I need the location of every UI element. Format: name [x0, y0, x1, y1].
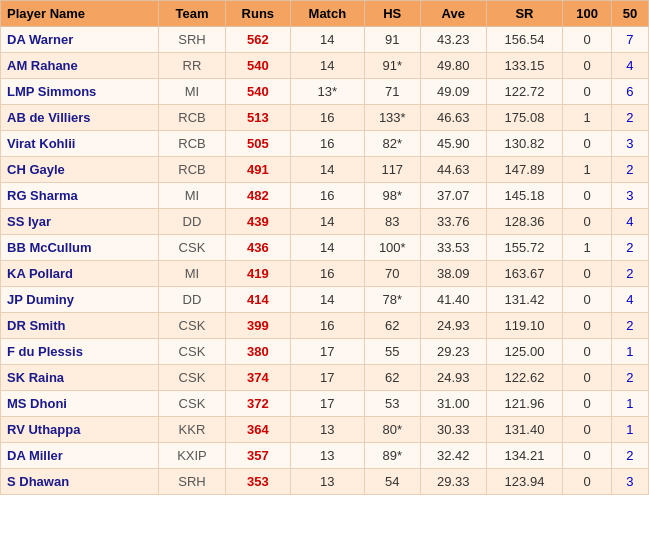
- table-body: DA WarnerSRH562149143.23156.5407AM Rahan…: [1, 27, 649, 495]
- cell-sr: 125.00: [486, 339, 563, 365]
- cell-team: RCB: [159, 157, 225, 183]
- cell-hundreds: 0: [563, 287, 611, 313]
- cell-match: 13: [291, 443, 364, 469]
- cell-runs: 540: [225, 53, 290, 79]
- table-row: LMP SimmonsMI54013*7149.09122.7206: [1, 79, 649, 105]
- col-header-team: Team: [159, 1, 225, 27]
- cell-hundreds: 0: [563, 443, 611, 469]
- cell-hundreds: 0: [563, 339, 611, 365]
- cell-player-name: RG Sharma: [1, 183, 159, 209]
- cell-player-name: DR Smith: [1, 313, 159, 339]
- cell-match: 17: [291, 365, 364, 391]
- cell-runs: 372: [225, 391, 290, 417]
- cell-match: 14: [291, 157, 364, 183]
- cell-ave: 29.33: [420, 469, 486, 495]
- cell-hs: 117: [364, 157, 420, 183]
- cell-team: RCB: [159, 131, 225, 157]
- cell-hundreds: 0: [563, 183, 611, 209]
- cell-fifties: 3: [611, 183, 648, 209]
- col-header-match: Match: [291, 1, 364, 27]
- cell-player-name: BB McCullum: [1, 235, 159, 261]
- cell-team: MI: [159, 261, 225, 287]
- cell-sr: 119.10: [486, 313, 563, 339]
- cell-hundreds: 1: [563, 105, 611, 131]
- cell-hundreds: 1: [563, 157, 611, 183]
- cell-sr: 122.62: [486, 365, 563, 391]
- cell-team: KXIP: [159, 443, 225, 469]
- cell-team: CSK: [159, 391, 225, 417]
- cell-ave: 45.90: [420, 131, 486, 157]
- col-header-sr: SR: [486, 1, 563, 27]
- cell-hs: 62: [364, 313, 420, 339]
- cell-fifties: 4: [611, 209, 648, 235]
- cell-fifties: 4: [611, 287, 648, 313]
- table-header-row: Player Name Team Runs Match HS Ave SR 10…: [1, 1, 649, 27]
- cell-ave: 41.40: [420, 287, 486, 313]
- cell-player-name: CH Gayle: [1, 157, 159, 183]
- cell-hs: 100*: [364, 235, 420, 261]
- cell-team: SRH: [159, 469, 225, 495]
- cell-player-name: DA Warner: [1, 27, 159, 53]
- col-header-100: 100: [563, 1, 611, 27]
- cell-sr: 133.15: [486, 53, 563, 79]
- cell-hundreds: 0: [563, 417, 611, 443]
- cell-sr: 131.40: [486, 417, 563, 443]
- cell-team: RCB: [159, 105, 225, 131]
- cell-fifties: 1: [611, 391, 648, 417]
- cell-sr: 121.96: [486, 391, 563, 417]
- cell-match: 14: [291, 27, 364, 53]
- cell-ave: 32.42: [420, 443, 486, 469]
- cell-runs: 562: [225, 27, 290, 53]
- cell-runs: 419: [225, 261, 290, 287]
- cell-runs: 505: [225, 131, 290, 157]
- cell-team: CSK: [159, 339, 225, 365]
- cell-team: KKR: [159, 417, 225, 443]
- table-row: AM RahaneRR5401491*49.80133.1504: [1, 53, 649, 79]
- cell-team: CSK: [159, 365, 225, 391]
- cell-ave: 37.07: [420, 183, 486, 209]
- cell-ave: 49.80: [420, 53, 486, 79]
- cell-match: 14: [291, 235, 364, 261]
- cell-sr: 163.67: [486, 261, 563, 287]
- cell-fifties: 7: [611, 27, 648, 53]
- cell-match: 13: [291, 417, 364, 443]
- cell-hs: 70: [364, 261, 420, 287]
- cell-match: 14: [291, 209, 364, 235]
- table-row: CH GayleRCB4911411744.63147.8912: [1, 157, 649, 183]
- cell-runs: 380: [225, 339, 290, 365]
- cell-match: 16: [291, 183, 364, 209]
- cell-fifties: 1: [611, 417, 648, 443]
- cell-sr: 130.82: [486, 131, 563, 157]
- cell-hs: 83: [364, 209, 420, 235]
- cell-sr: 156.54: [486, 27, 563, 53]
- table-row: RV UthappaKKR3641380*30.33131.4001: [1, 417, 649, 443]
- cell-hs: 91: [364, 27, 420, 53]
- cell-runs: 482: [225, 183, 290, 209]
- cell-sr: 175.08: [486, 105, 563, 131]
- table-row: KA PollardMI419167038.09163.6702: [1, 261, 649, 287]
- cell-runs: 491: [225, 157, 290, 183]
- col-header-ave: Ave: [420, 1, 486, 27]
- cell-player-name: KA Pollard: [1, 261, 159, 287]
- cell-player-name: RV Uthappa: [1, 417, 159, 443]
- cell-team: CSK: [159, 235, 225, 261]
- cell-hundreds: 0: [563, 79, 611, 105]
- cell-player-name: AM Rahane: [1, 53, 159, 79]
- cell-runs: 439: [225, 209, 290, 235]
- table-row: DA MillerKXIP3571389*32.42134.2102: [1, 443, 649, 469]
- cell-player-name: DA Miller: [1, 443, 159, 469]
- cell-sr: 147.89: [486, 157, 563, 183]
- cell-player-name: LMP Simmons: [1, 79, 159, 105]
- cell-sr: 123.94: [486, 469, 563, 495]
- cell-fifties: 2: [611, 313, 648, 339]
- cell-ave: 24.93: [420, 313, 486, 339]
- table-row: SS IyarDD439148333.76128.3604: [1, 209, 649, 235]
- cell-hs: 98*: [364, 183, 420, 209]
- cell-sr: 128.36: [486, 209, 563, 235]
- cell-team: DD: [159, 287, 225, 313]
- cell-match: 14: [291, 53, 364, 79]
- cell-fifties: 2: [611, 105, 648, 131]
- cell-fifties: 3: [611, 131, 648, 157]
- table-row: SK RainaCSK374176224.93122.6202: [1, 365, 649, 391]
- cell-team: RR: [159, 53, 225, 79]
